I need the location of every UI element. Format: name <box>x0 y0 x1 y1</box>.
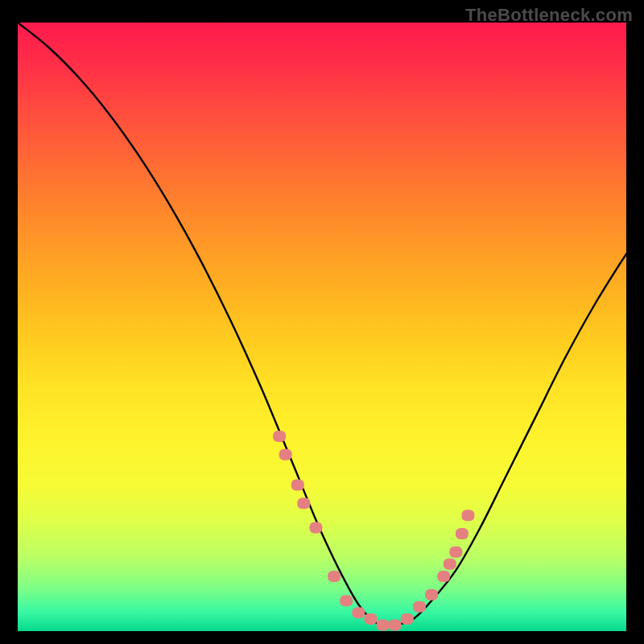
plot-area <box>18 23 626 631</box>
highlight-marker <box>273 431 286 442</box>
highlight-marker <box>461 510 474 521</box>
highlight-marker <box>352 607 365 618</box>
highlight-marker <box>449 547 462 558</box>
highlight-marker <box>425 589 438 601</box>
bottleneck-curve <box>18 23 626 625</box>
highlight-marker <box>413 601 426 613</box>
highlight-marker <box>389 619 402 630</box>
highlight-marker <box>340 595 353 606</box>
highlight-marker <box>364 613 377 625</box>
highlight-marker <box>401 613 414 625</box>
highlight-marker <box>377 619 390 630</box>
chart-frame: TheBottleneck.com <box>0 0 644 644</box>
highlight-marker <box>279 449 292 460</box>
highlight-marker <box>444 559 456 570</box>
highlight-marker <box>456 528 469 539</box>
highlight-marker <box>297 497 310 509</box>
curve-svg <box>18 23 626 631</box>
highlight-marker <box>291 480 304 491</box>
highlight-marker <box>309 522 322 533</box>
highlight-marker <box>328 571 341 582</box>
watermark-label: TheBottleneck.com <box>465 5 633 26</box>
highlight-marker-group <box>273 431 474 630</box>
highlight-marker <box>437 571 450 582</box>
